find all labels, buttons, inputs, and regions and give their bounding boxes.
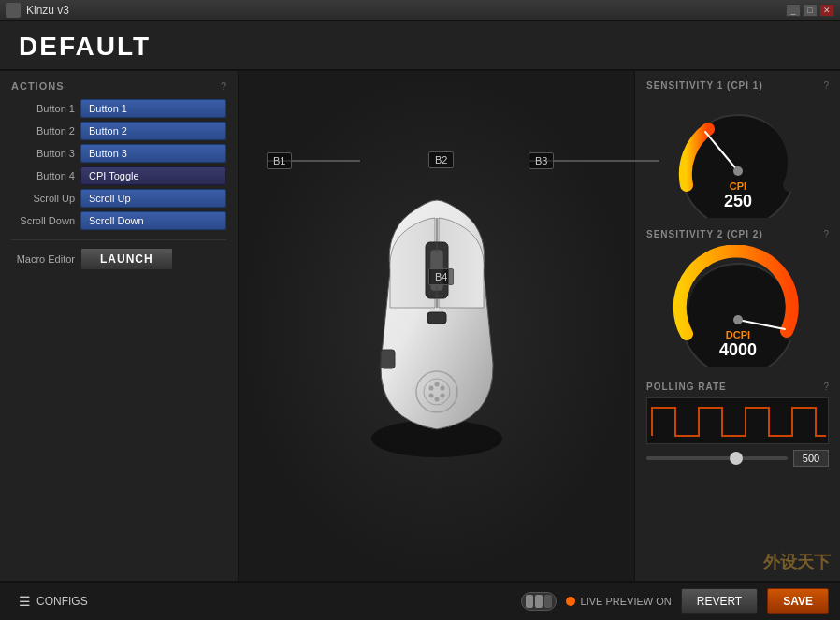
app-icon bbox=[6, 3, 21, 18]
actions-header: ACTIONS ? bbox=[11, 80, 226, 92]
svg-rect-5 bbox=[427, 312, 446, 324]
window-controls: _ □ ✕ bbox=[786, 4, 834, 17]
sensitivity1-gauge-container: CPI 250 bbox=[646, 96, 829, 218]
svg-point-25 bbox=[733, 315, 743, 324]
svg-text:250: 250 bbox=[723, 192, 751, 210]
svg-point-11 bbox=[440, 385, 444, 390]
b1-label: B1 bbox=[267, 152, 292, 169]
header: DEFAULT bbox=[0, 21, 840, 71]
actions-help-icon[interactable]: ? bbox=[221, 80, 226, 92]
watermark: 外设天下 bbox=[763, 551, 831, 573]
live-preview-label: LIVE PREVIEW ON bbox=[581, 596, 672, 607]
sensitivity2-help[interactable]: ? bbox=[823, 229, 829, 239]
sensitivity1-section: SENSITIVITY 1 (CPI 1) ? bbox=[646, 80, 829, 222]
actions-section-label: ACTIONS bbox=[11, 80, 65, 92]
sensitivity1-label: SENSITIVITY 1 (CPI 1) bbox=[646, 80, 763, 91]
macro-editor-label: Macro Editor bbox=[11, 253, 75, 265]
mouse-svg bbox=[334, 177, 540, 476]
action-label-scrolldown: Scroll Down bbox=[11, 215, 75, 226]
svg-point-20 bbox=[733, 166, 743, 176]
action-row-scrollup: Scroll Up Scroll Up bbox=[11, 189, 226, 208]
minimize-button[interactable]: _ bbox=[786, 4, 801, 17]
svg-text:4000: 4000 bbox=[718, 340, 756, 359]
action-row-button1: Button 1 Button 1 bbox=[11, 99, 226, 118]
polling-header: POLLING RATE ? bbox=[646, 382, 829, 392]
b2-label: B2 bbox=[428, 151, 454, 168]
b3-label-group: B3 bbox=[529, 160, 659, 162]
save-button[interactable]: SAVE bbox=[767, 588, 829, 614]
waveform-svg bbox=[647, 398, 829, 444]
action-btn-button4[interactable]: CPI Toggle bbox=[80, 166, 226, 185]
launch-button[interactable]: LAUNCH bbox=[80, 248, 173, 270]
sensitivity1-header: SENSITIVITY 1 (CPI 1) ? bbox=[646, 80, 829, 91]
toggle-seg1 bbox=[526, 595, 533, 608]
polling-label: POLLING RATE bbox=[646, 382, 727, 392]
cpi1-gauge[interactable]: CPI 250 bbox=[663, 96, 813, 218]
action-btn-scrollup[interactable]: Scroll Up bbox=[80, 189, 226, 208]
action-btn-scrolldown[interactable]: Scroll Down bbox=[80, 211, 226, 230]
toggle-seg2 bbox=[535, 595, 543, 608]
action-label-button1: Button 1 bbox=[11, 103, 75, 114]
mouse-container bbox=[334, 177, 540, 476]
live-indicator bbox=[566, 597, 575, 606]
action-btn-button3[interactable]: Button 3 bbox=[80, 144, 226, 163]
configs-icon: ☰ bbox=[19, 594, 31, 609]
svg-point-10 bbox=[434, 382, 439, 386]
configs-label: CONFIGS bbox=[36, 595, 88, 608]
macro-row: Macro Editor LAUNCH bbox=[11, 239, 226, 270]
b1-label-group: B1 bbox=[267, 160, 360, 162]
svg-point-12 bbox=[440, 393, 444, 397]
b4-label: B4 bbox=[428, 268, 454, 285]
action-btn-button1[interactable]: Button 1 bbox=[80, 99, 226, 118]
actions-panel: ACTIONS ? Button 1 Button 1 Button 2 But… bbox=[0, 71, 239, 581]
action-label-button3: Button 3 bbox=[11, 148, 75, 159]
sensitivity1-help[interactable]: ? bbox=[823, 80, 829, 91]
live-preview-status: LIVE PREVIEW ON bbox=[566, 596, 672, 607]
action-row-scrolldown: Scroll Down Scroll Down bbox=[11, 211, 226, 230]
polling-rate-slider[interactable] bbox=[646, 456, 788, 460]
b3-label: B3 bbox=[529, 152, 554, 169]
toggle-seg3 bbox=[544, 595, 552, 608]
sensitivity2-gauge-container: DCPI 4000 bbox=[646, 245, 829, 367]
action-btn-button2[interactable]: Button 2 bbox=[80, 122, 226, 140]
revert-button[interactable]: REVERT bbox=[681, 588, 758, 614]
content-area: ACTIONS ? Button 1 Button 1 Button 2 But… bbox=[0, 71, 840, 581]
polling-rate-value: 500 bbox=[793, 450, 829, 467]
titlebar: Kinzu v3 _ □ ✕ bbox=[0, 0, 840, 21]
settings-panel: SENSITIVITY 1 (CPI 1) ? bbox=[634, 71, 840, 581]
svg-point-9 bbox=[428, 385, 433, 390]
svg-point-14 bbox=[428, 393, 433, 397]
mouse-preview-area: B1 B3 B2 B4 bbox=[239, 71, 634, 581]
page-title: DEFAULT bbox=[19, 32, 821, 62]
action-label-button4: Button 4 bbox=[11, 170, 75, 181]
sensitivity2-header: SENSITIVITY 2 (CPI 2) ? bbox=[646, 229, 829, 239]
action-row-button4: Button 4 CPI Toggle bbox=[11, 166, 226, 185]
svg-text:DCPI: DCPI bbox=[725, 329, 749, 340]
live-preview-toggle[interactable] bbox=[521, 592, 557, 611]
sensitivity2-label: SENSITIVITY 2 (CPI 2) bbox=[646, 229, 763, 239]
svg-text:CPI: CPI bbox=[729, 180, 746, 192]
configs-button[interactable]: ☰ CONFIGS bbox=[11, 590, 95, 613]
bottom-bar: ☰ CONFIGS LIVE PREVIEW ON REVERT SAVE bbox=[0, 581, 840, 620]
action-row-button3: Button 3 Button 3 bbox=[11, 144, 226, 163]
main-container: DEFAULT ACTIONS ? Button 1 Button 1 Butt… bbox=[0, 21, 840, 620]
polling-help[interactable]: ? bbox=[823, 382, 829, 392]
maximize-button[interactable]: □ bbox=[803, 4, 818, 17]
window-title: Kinzu v3 bbox=[26, 4, 786, 17]
action-label-button2: Button 2 bbox=[11, 125, 75, 137]
sensitivity2-section: SENSITIVITY 2 (CPI 2) ? bbox=[646, 229, 829, 370]
polling-waveform bbox=[646, 397, 829, 444]
action-label-scrollup: Scroll Up bbox=[11, 193, 75, 204]
action-row-button2: Button 2 Button 2 bbox=[11, 122, 226, 140]
cpi2-gauge[interactable]: DCPI 4000 bbox=[663, 245, 813, 367]
polling-section: POLLING RATE ? 500 bbox=[646, 382, 829, 467]
polling-slider-row: 500 bbox=[646, 450, 829, 467]
svg-point-13 bbox=[434, 397, 439, 401]
svg-rect-6 bbox=[381, 350, 395, 368]
close-button[interactable]: ✕ bbox=[819, 4, 834, 17]
